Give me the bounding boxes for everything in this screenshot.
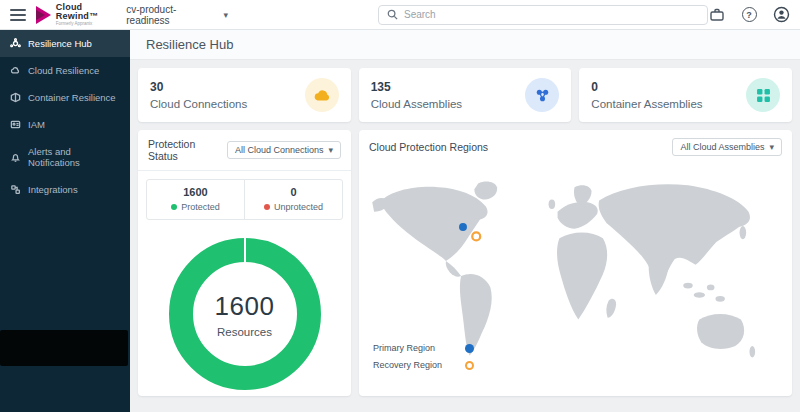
primary-region-marker (459, 223, 467, 231)
protection-status-title: Protection Status (148, 138, 227, 162)
sidebar-item-iam[interactable]: IAM (0, 111, 130, 138)
cloud-connections-value: 30 (150, 80, 247, 94)
sidebar-dark-panel (0, 330, 128, 366)
search-bar[interactable] (378, 5, 708, 25)
cloud-connections-filter-dropdown[interactable]: All Cloud Connections (227, 141, 341, 159)
regions-panel-title: Cloud Protection Regions (369, 141, 488, 153)
filter-label: All Cloud Assemblies (680, 142, 764, 152)
chevron-down-icon (769, 142, 774, 152)
container-assemblies-value: 0 (591, 80, 702, 94)
cloud-assemblies-label: Cloud Assemblies (371, 98, 462, 110)
sidebar-item-alerts-and-notifications[interactable]: Alerts and Notifications (0, 138, 130, 176)
unprotected-counter: 0 Unprotected (244, 180, 342, 219)
world-map-continents (372, 181, 755, 357)
primary-region-dot-icon (465, 344, 474, 353)
protected-value: 1600 (151, 186, 240, 198)
container-icon (746, 78, 780, 112)
protected-counter: 1600 Protected (147, 180, 244, 219)
filter-label: All Cloud Connections (235, 145, 324, 155)
unprotected-label: Unprotected (274, 202, 323, 212)
sidebar-item-label: Cloud Resilience (28, 65, 99, 76)
cloud-assemblies-card[interactable]: 135 Cloud Assemblies (359, 68, 572, 122)
sidebar-item-label: IAM (28, 119, 45, 130)
help-icon[interactable] (740, 6, 758, 24)
container-box-icon (10, 92, 21, 103)
unprotected-dot-icon (264, 204, 270, 210)
legend-primary-region: Primary Region (373, 343, 474, 353)
protected-dot-icon (171, 204, 177, 210)
app-window: Cloud Rewind™ Formerly Appranix cv-produ… (0, 0, 800, 412)
search-input[interactable] (404, 9, 699, 20)
protected-label: Protected (181, 202, 220, 212)
donut-center-label: Resources (217, 326, 272, 338)
chevron-down-icon (223, 9, 228, 20)
recovery-region-label: Recovery Region (373, 360, 465, 370)
assembly-icon (525, 78, 559, 112)
donut-center-value: 1600 (215, 291, 275, 322)
cloud-assemblies-value: 135 (371, 80, 462, 94)
cloud-connections-card[interactable]: 30 Cloud Connections (138, 68, 351, 122)
container-assemblies-label: Container Assemblies (591, 98, 702, 110)
map-legend: Primary Region Recovery Region (373, 343, 474, 370)
cloud-connections-label: Cloud Connections (150, 98, 247, 110)
sidebar-item-label: Integrations (28, 184, 78, 195)
sidebar-item-cloud-resilience[interactable]: Cloud Resilience (0, 57, 130, 84)
search-icon (387, 9, 398, 20)
page-header: Resilience Hub (130, 30, 800, 60)
stat-cards-row: 30 Cloud Connections 135 Cloud Assemblie… (130, 60, 800, 122)
sidebar-item-resilience-hub[interactable]: Resilience Hub (0, 30, 130, 57)
cloud-outline-icon (10, 65, 21, 76)
brand-name-line2: Rewind™ (56, 12, 98, 21)
protection-status-panel: Protection Status All Cloud Connections … (138, 130, 351, 396)
sidebar-item-integrations[interactable]: Integrations (0, 176, 130, 203)
hub-icon (10, 38, 21, 49)
container-assemblies-card[interactable]: 0 Container Assemblies (579, 68, 792, 122)
account-icon[interactable] (772, 6, 790, 24)
legend-recovery-region: Recovery Region (373, 360, 474, 370)
integration-plug-icon (10, 184, 21, 195)
protection-counters: 1600 Protected 0 Unprotected (146, 179, 343, 220)
bell-icon (10, 152, 21, 163)
workspace-selector[interactable]: cv-product-readiness (126, 4, 228, 26)
page-title: Resilience Hub (146, 37, 233, 52)
hamburger-menu-icon[interactable] (10, 9, 26, 21)
identity-badge-icon (10, 119, 21, 130)
sidebar: Resilience Hub Cloud Resilience Containe… (0, 30, 130, 412)
brand-logo: Cloud Rewind™ Formerly Appranix (36, 3, 98, 27)
recovery-region-ring-icon (465, 361, 474, 370)
briefcase-icon[interactable] (708, 6, 726, 24)
cloud-protection-regions-panel: Cloud Protection Regions All Cloud Assem… (359, 130, 792, 396)
panels-row: Protection Status All Cloud Connections … (130, 122, 800, 404)
cloud-assemblies-filter-dropdown[interactable]: All Cloud Assemblies (672, 138, 782, 156)
brand-subtitle: Formerly Appranix (56, 22, 98, 27)
brand-triangle-icon (36, 6, 51, 24)
sidebar-item-label: Alerts and Notifications (28, 146, 120, 168)
workspace-selector-label: cv-product-readiness (126, 4, 218, 26)
unprotected-value: 0 (249, 186, 338, 198)
main-content: Resilience Hub 30 Cloud Connections 135 … (130, 30, 800, 412)
top-bar: Cloud Rewind™ Formerly Appranix cv-produ… (0, 0, 800, 30)
sidebar-item-label: Resilience Hub (28, 38, 92, 49)
chevron-down-icon (328, 145, 333, 155)
primary-region-label: Primary Region (373, 343, 465, 353)
recovery-region-marker (472, 232, 480, 240)
sidebar-item-label: Container Resilience (28, 92, 116, 103)
sidebar-item-container-resilience[interactable]: Container Resilience (0, 84, 130, 111)
protection-donut-chart[interactable]: 1600 Resources (169, 238, 321, 390)
cloud-icon (305, 78, 339, 112)
